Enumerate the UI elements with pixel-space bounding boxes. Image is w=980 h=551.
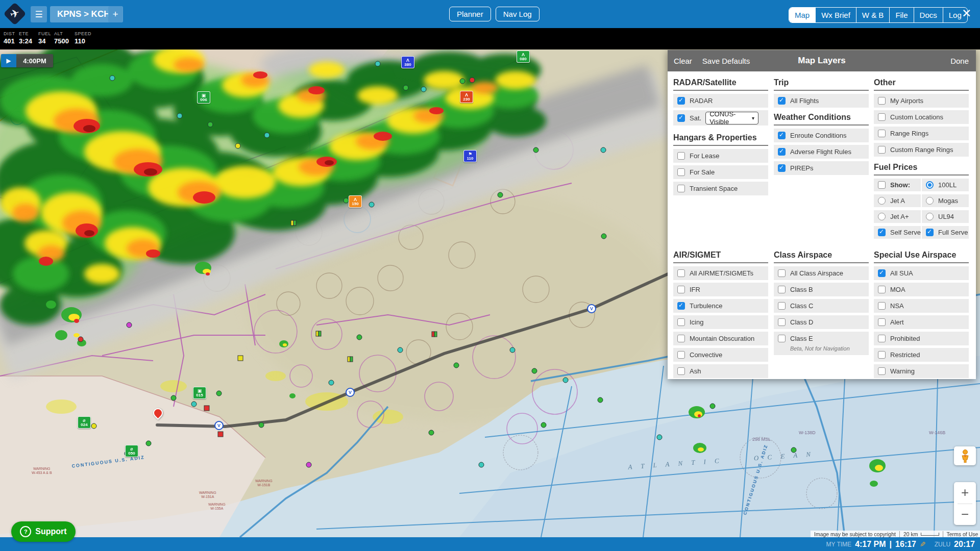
app-logo[interactable]: ✈ [3, 2, 27, 26]
row-all-sua[interactable]: All SUA [874, 266, 969, 280]
row-sat[interactable]: Sat.CONUS-Visible▾ [673, 110, 768, 126]
checkbox-for-sale[interactable] [677, 168, 685, 176]
checkbox-for-lease[interactable] [677, 152, 685, 160]
row-mountain-obscuration[interactable]: Mountain Obscuration [673, 332, 768, 345]
checkbox-class-e[interactable] [778, 335, 786, 342]
row-nsa[interactable]: NSA [874, 299, 969, 313]
street-view-pegman-button[interactable] [954, 446, 976, 465]
checkbox-pireps[interactable] [778, 164, 786, 172]
row-class-c[interactable]: Class C [774, 299, 869, 313]
tab-map[interactable]: Map [789, 8, 815, 22]
row-radar[interactable]: RADAR [673, 94, 768, 108]
row-custom-locations[interactable]: Custom Locations [874, 110, 969, 124]
map-badge-380[interactable]: Λ380 [401, 56, 414, 68]
tab-wx-brief[interactable]: Wx Brief [815, 8, 856, 22]
checkbox-turbulence[interactable] [677, 302, 685, 310]
fuel-cell-jet-a[interactable]: Jet A [874, 194, 921, 207]
radio-mogas[interactable] [926, 197, 934, 205]
checkbox-adverse-flight-rules[interactable] [778, 148, 786, 156]
row-all-airmet-sigmets[interactable]: All AIRMET/SIGMETs [673, 266, 768, 280]
checkbox-all-airmet-sigmets[interactable] [677, 269, 685, 277]
checkbox-class-d[interactable] [778, 318, 786, 326]
checkbox-prohibited[interactable] [878, 335, 886, 342]
row-prohibited[interactable]: Prohibited [874, 332, 969, 345]
row-restricted[interactable]: Restricted [874, 348, 969, 362]
checkbox-mountain-obscuration[interactable] [677, 335, 685, 342]
edit-time-pencil-icon[interactable]: ✎ [920, 540, 926, 548]
checkbox-radar[interactable] [677, 97, 685, 105]
fuel-cell-mogas[interactable]: Mogas [922, 194, 969, 207]
checkbox-icing[interactable] [677, 318, 685, 326]
support-button[interactable]: ? Support [11, 521, 76, 542]
checkbox-all-flights[interactable] [778, 97, 786, 105]
row-transient-space[interactable]: Transient Space [673, 182, 768, 195]
play-button[interactable]: ▶ [1, 54, 16, 67]
row-alert[interactable]: Alert [874, 315, 969, 329]
row-class-b[interactable]: Class B [774, 283, 869, 296]
row-range-rings[interactable]: Range Rings [874, 127, 969, 140]
checkbox-range-rings[interactable] [878, 130, 886, 137]
checkbox-enroute-conditions[interactable] [778, 132, 786, 139]
fuel-cell-100ll[interactable]: 100LL [922, 179, 969, 191]
row-enroute-conditions[interactable]: Enroute Conditions [774, 129, 869, 142]
row-warning[interactable]: Warning [874, 364, 969, 378]
row-moa[interactable]: MOA [874, 283, 969, 296]
fuel-cell-self-serve[interactable]: Self Serve [874, 226, 921, 239]
row-pireps[interactable]: PIREPs [774, 161, 869, 175]
radio-100ll[interactable] [926, 181, 934, 189]
tab-w-b[interactable]: W & B [856, 8, 890, 22]
row-all-class-airspace[interactable]: All Class Airspace [774, 266, 869, 280]
row-icing[interactable]: Icing [673, 315, 768, 329]
fuel-cell-show[interactable]: Show: [874, 179, 921, 191]
checkbox-all-sua[interactable] [878, 269, 886, 277]
new-route-tab-button[interactable]: + [108, 6, 122, 22]
tab-file[interactable]: File [889, 8, 913, 22]
row-class-e[interactable]: Class EBeta, Not for Navigation [774, 332, 869, 355]
zoom-in-button[interactable]: + [954, 482, 976, 504]
row-all-flights[interactable]: All Flights [774, 94, 869, 108]
checkbox-ifr[interactable] [677, 286, 685, 293]
map-badge-015[interactable]: ▣015 [193, 387, 206, 399]
checkbox-full-serve[interactable] [926, 229, 934, 236]
checkbox-alert[interactable] [878, 318, 886, 326]
checkbox-self-serve[interactable] [878, 229, 886, 236]
navlog-button[interactable]: Nav Log [496, 7, 540, 21]
terms-of-use-link[interactable]: Terms of Use [943, 531, 980, 537]
map-badge-150[interactable]: Λ150 [349, 195, 362, 208]
checkbox-my-airports[interactable] [878, 97, 886, 105]
fuel-cell-ul94[interactable]: UL94 [922, 210, 969, 223]
row-ifr[interactable]: IFR [673, 283, 768, 296]
row-adverse-flight-rules[interactable]: Adverse Flight Rules [774, 145, 869, 159]
radio-ul94[interactable] [926, 213, 934, 220]
map-badge-024[interactable]: ⌀024 [78, 416, 91, 429]
checkbox-custom-range-rings[interactable] [878, 146, 886, 154]
checkbox-moa[interactable] [878, 286, 886, 293]
hamburger-menu-button[interactable]: ☰ [31, 6, 47, 22]
checkbox-custom-locations[interactable] [878, 113, 886, 121]
checkbox-sat[interactable] [677, 114, 685, 122]
checkbox-show[interactable] [878, 181, 886, 189]
fuel-cell-jet-a[interactable]: Jet A+ [874, 210, 921, 223]
map-badge-050[interactable]: ⌀050 [125, 445, 138, 457]
radio-jet-a[interactable] [878, 213, 886, 220]
satellite-type-select[interactable]: CONUS-Visible▾ [705, 112, 758, 124]
map-badge-230[interactable]: Λ230 [460, 91, 473, 103]
checkbox-all-class-airspace[interactable] [778, 269, 786, 277]
row-class-d[interactable]: Class D [774, 315, 869, 329]
checkbox-class-b[interactable] [778, 286, 786, 293]
close-icon[interactable]: ✕ [962, 7, 971, 20]
checkbox-transient-space[interactable] [677, 185, 685, 192]
map-badge-006[interactable]: ▣006 [197, 91, 210, 104]
checkbox-warning[interactable] [878, 367, 886, 375]
row-for-sale[interactable]: For Sale [673, 165, 768, 179]
row-ash[interactable]: Ash [673, 364, 768, 378]
radio-jet-a[interactable] [878, 197, 886, 205]
planner-button[interactable]: Planner [449, 7, 491, 21]
row-convective[interactable]: Convective [673, 348, 768, 362]
checkbox-restricted[interactable] [878, 351, 886, 359]
checkbox-convective[interactable] [677, 351, 685, 359]
row-custom-range-rings[interactable]: Custom Range Rings [874, 143, 969, 157]
zoom-out-button[interactable]: − [954, 504, 976, 525]
map-badge-110[interactable]: ⚑110 [463, 150, 477, 162]
map-badge-080[interactable]: Λ080 [517, 51, 530, 63]
